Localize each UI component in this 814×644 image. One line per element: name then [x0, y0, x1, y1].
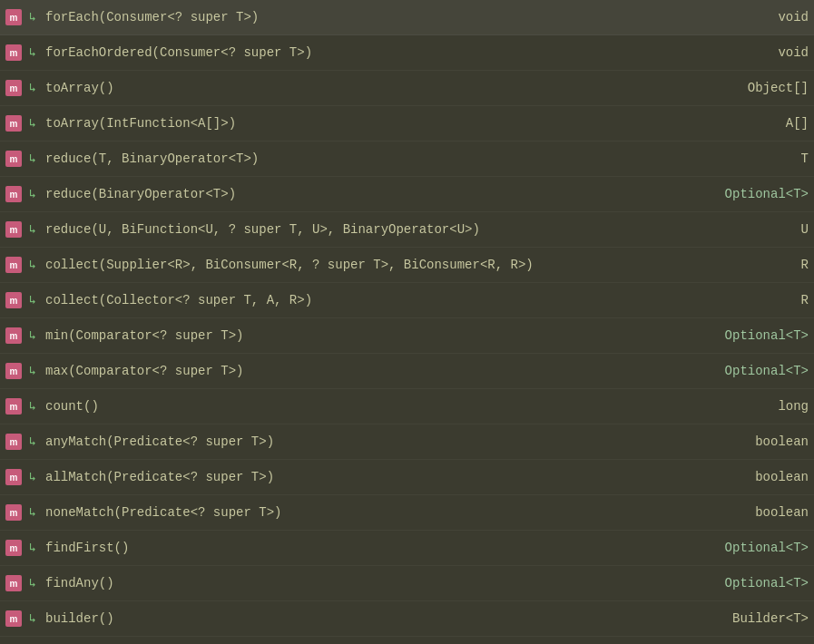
arrow-icon: ↳	[25, 364, 40, 378]
method-icon: m	[5, 434, 22, 450]
method-icon: m	[5, 363, 22, 379]
method-row[interactable]: m↳reduce(T, BinaryOperator<T>)T	[0, 141, 814, 177]
method-name: anyMatch(Predicate<? super T>)	[45, 434, 691, 449]
method-icon: m	[5, 469, 22, 485]
return-type: Optional<T>	[700, 187, 809, 201]
method-icon: m	[5, 398, 22, 415]
method-row[interactable]: m↳forEach(Consumer<? super T>)void	[0, 0, 814, 35]
method-row[interactable]: m↳findFirst()Optional<T>	[0, 531, 814, 566]
return-type: void	[700, 45, 809, 60]
method-row[interactable]: m↳collect(Collector<? super T, A, R>)R	[0, 283, 814, 318]
method-name: findAny()	[45, 576, 691, 590]
return-type: R	[700, 293, 809, 307]
method-icon: m	[5, 80, 22, 96]
method-icon: m	[5, 540, 22, 556]
arrow-icon: ↳	[25, 434, 40, 449]
arrow-icon: ↳	[25, 45, 40, 60]
method-icon: m	[5, 44, 22, 61]
method-name: collect(Supplier<R>, BiConsumer<R, ? sup…	[45, 258, 691, 272]
return-type: long	[700, 399, 809, 414]
return-type: Builder<T>	[700, 611, 809, 626]
method-name: forEach(Consumer<? super T>)	[45, 10, 691, 24]
arrow-icon: ↳	[25, 222, 40, 237]
method-name: reduce(U, BiFunction<U, ? super T, U>, B…	[45, 222, 691, 237]
method-name: findFirst()	[45, 541, 691, 555]
method-row[interactable]: m↳allMatch(Predicate<? super T>)boolean	[0, 460, 814, 495]
return-type: Optional<T>	[700, 541, 809, 555]
method-list: m↳forEach(Consumer<? super T>)voidm↳forE…	[0, 0, 814, 637]
method-name: reduce(T, BinaryOperator<T>)	[45, 151, 691, 166]
method-name: max(Comparator<? super T>)	[45, 364, 691, 378]
method-icon: m	[5, 221, 22, 238]
arrow-icon: ↳	[25, 293, 40, 307]
method-icon: m	[5, 610, 22, 627]
return-type: Object[]	[700, 81, 809, 95]
arrow-icon: ↳	[25, 328, 40, 343]
method-row[interactable]: m↳toArray()Object[]	[0, 71, 814, 106]
return-type: A[]	[700, 116, 809, 131]
method-name: toArray()	[45, 81, 691, 95]
method-row[interactable]: m↳collect(Supplier<R>, BiConsumer<R, ? s…	[0, 248, 814, 283]
method-row[interactable]: m↳toArray(IntFunction<A[]>)A[]	[0, 106, 814, 141]
arrow-icon: ↳	[25, 151, 40, 166]
method-row[interactable]: m↳max(Comparator<? super T>)Optional<T>	[0, 354, 814, 389]
method-row[interactable]: m↳min(Comparator<? super T>)Optional<T>	[0, 318, 814, 354]
arrow-icon: ↳	[25, 187, 40, 201]
method-row[interactable]: m↳count()long	[0, 389, 814, 424]
method-name: toArray(IntFunction<A[]>)	[45, 116, 691, 131]
method-row[interactable]: m↳builder()Builder<T>	[0, 601, 814, 637]
arrow-icon: ↳	[25, 10, 40, 24]
arrow-icon: ↳	[25, 576, 40, 590]
method-icon: m	[5, 575, 22, 591]
return-type: U	[700, 222, 809, 237]
arrow-icon: ↳	[25, 116, 40, 131]
method-icon: m	[5, 292, 22, 308]
method-icon: m	[5, 151, 22, 167]
method-icon: m	[5, 186, 22, 202]
method-row[interactable]: m↳findAny()Optional<T>	[0, 566, 814, 601]
return-type: Optional<T>	[700, 576, 809, 590]
return-type: boolean	[700, 505, 809, 520]
arrow-icon: ↳	[25, 611, 40, 626]
method-name: forEachOrdered(Consumer<? super T>)	[45, 45, 691, 60]
method-name: count()	[45, 399, 691, 414]
return-type: boolean	[700, 434, 809, 449]
method-icon: m	[5, 327, 22, 344]
return-type: R	[700, 258, 809, 272]
method-name: collect(Collector<? super T, A, R>)	[45, 293, 691, 307]
method-row[interactable]: m↳reduce(U, BiFunction<U, ? super T, U>,…	[0, 212, 814, 248]
method-name: noneMatch(Predicate<? super T>)	[45, 505, 691, 520]
method-icon: m	[5, 9, 22, 25]
method-icon: m	[5, 504, 22, 521]
return-type: void	[700, 10, 809, 24]
arrow-icon: ↳	[25, 81, 40, 95]
arrow-icon: ↳	[25, 470, 40, 484]
method-name: reduce(BinaryOperator<T>)	[45, 187, 691, 201]
method-name: builder()	[45, 611, 691, 626]
method-name: min(Comparator<? super T>)	[45, 328, 691, 343]
method-row[interactable]: m↳forEachOrdered(Consumer<? super T>)voi…	[0, 35, 814, 71]
method-icon: m	[5, 115, 22, 132]
method-row[interactable]: m↳noneMatch(Predicate<? super T>)boolean	[0, 495, 814, 531]
arrow-icon: ↳	[25, 505, 40, 520]
return-type: Optional<T>	[700, 328, 809, 343]
return-type: boolean	[700, 470, 809, 484]
arrow-icon: ↳	[25, 399, 40, 414]
method-row[interactable]: m↳reduce(BinaryOperator<T>)Optional<T>	[0, 177, 814, 212]
method-row[interactable]: m↳anyMatch(Predicate<? super T>)boolean	[0, 424, 814, 460]
method-icon: m	[5, 257, 22, 273]
return-type: T	[700, 151, 809, 166]
arrow-icon: ↳	[25, 258, 40, 272]
method-name: allMatch(Predicate<? super T>)	[45, 470, 691, 484]
return-type: Optional<T>	[700, 364, 809, 378]
arrow-icon: ↳	[25, 541, 40, 555]
